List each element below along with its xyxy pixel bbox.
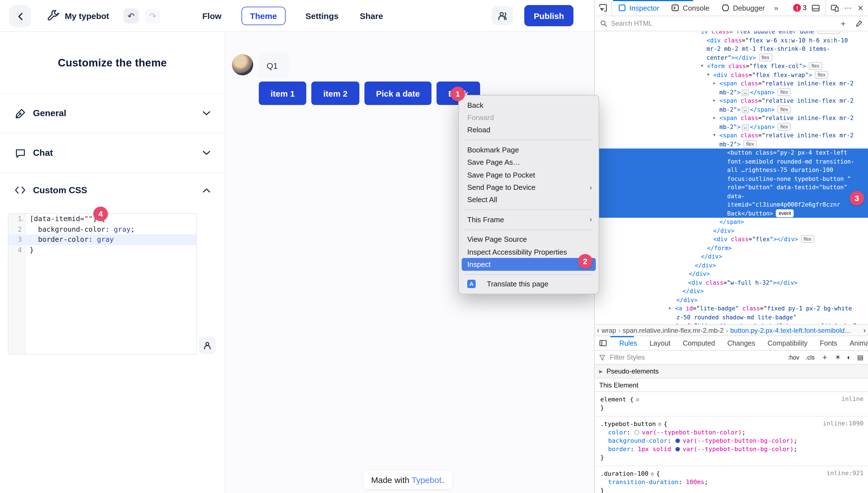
tree-node[interactable]: </form> (595, 244, 868, 252)
css-rule-element[interactable]: inlineelement {⚙} (595, 392, 868, 416)
search-html-bar[interactable]: Search HTML ＋ (595, 16, 868, 31)
breadcrumb-next-icon[interactable]: › (863, 326, 866, 335)
tree-node[interactable]: </div> (595, 252, 868, 261)
rule-property[interactable]: border: 1px solid var(--typebot-button-b… (600, 445, 863, 453)
made-with-badge[interactable]: Made with Typebot . (363, 471, 452, 489)
tree-node-selected[interactable]: itemid="cl3iunm4p000f2e6gfr8cznr (595, 200, 868, 209)
tree-node[interactable]: ▶<span class="relative inline-flex mr-2 (595, 97, 868, 105)
panel-tab-computed[interactable]: Computed (683, 339, 715, 347)
tree-node[interactable]: ▼<div class="flex flex-wrap">flex (595, 71, 868, 79)
panel-tab-changes[interactable]: Changes (727, 339, 755, 347)
menu-item-bookmark-page[interactable]: Bookmark Page (459, 144, 599, 156)
css-rule-duration-100[interactable]: inline:921.duration-100⚙{transition-dura… (595, 466, 868, 493)
tree-node[interactable]: </div> (595, 227, 868, 235)
tree-node[interactable]: <div class="flex"></div>flex (595, 235, 868, 244)
panel-tab-compatibility[interactable]: Compatibility (767, 339, 807, 347)
color-swatch[interactable] (675, 438, 680, 443)
menu-item-select-all[interactable]: Select All (459, 193, 599, 206)
chat-button-item-2[interactable]: item 2 (311, 82, 359, 105)
editor-line-2[interactable]: 2 background-color: gray; (8, 224, 196, 235)
tree-node[interactable]: ▼<form class="flex flex-col">flex (595, 62, 868, 71)
panel-tab-layout[interactable]: Layout (649, 339, 670, 347)
print-media-icon[interactable]: ▤ (857, 353, 864, 361)
tree-node[interactable]: mb-2">…</span>flex (595, 88, 868, 97)
error-indicator[interactable]: ! 3 (793, 4, 807, 12)
tab-settings[interactable]: Settings (304, 7, 340, 25)
panel-tab-rules[interactable]: Rules (619, 339, 637, 347)
expand-arrow-icon[interactable]: ▶ (713, 97, 715, 105)
tree-node[interactable]: mb-2">…</span>flex (595, 105, 868, 114)
add-node-icon[interactable]: ＋ (839, 18, 847, 29)
avatar-toggle-button[interactable] (198, 337, 216, 354)
class-panel-button[interactable]: .cls (805, 354, 815, 361)
css-rule-typebot-button[interactable]: inline:1090.typebot-button⚙{color: var(-… (595, 416, 868, 466)
flex-badge[interactable]: flex (778, 123, 791, 130)
typebot-link[interactable]: Typebot (412, 475, 442, 485)
hover-pseudo-button[interactable]: :hov (788, 354, 800, 361)
split-console-icon[interactable] (811, 4, 820, 12)
bot-title[interactable]: My typebot (65, 11, 109, 21)
rule-property[interactable]: color: var(--typebot-button-color); (600, 428, 863, 436)
tree-node[interactable]: mr-2 mb-2 mt-1 flex-shrink-0 items- (595, 45, 868, 53)
tree-node[interactable]: </div> (595, 270, 868, 278)
menu-item-save-page-as[interactable]: Save Page As… (459, 156, 599, 169)
responsive-design-icon[interactable] (831, 4, 839, 12)
rule-property[interactable]: background-color: var(--typebot-button-b… (600, 436, 863, 445)
collapsed-content-icon[interactable]: … (742, 89, 749, 96)
chat-button-item-1[interactable]: item 1 (259, 82, 307, 105)
sidebar-section-general[interactable]: General (0, 93, 225, 133)
flex-badge[interactable]: flex (809, 62, 822, 70)
chat-button-pick-a-date[interactable]: Pick a date (364, 82, 431, 105)
collaborators-button[interactable] (492, 6, 513, 25)
menu-item-reload[interactable]: Reload (459, 124, 599, 136)
menu-item-this-frame[interactable]: This Frame› (459, 213, 599, 226)
rule-source-link[interactable]: inline:1090 (823, 420, 864, 427)
toggle-3-pane-icon[interactable] (599, 340, 607, 347)
devtools-tab-console[interactable]: Console (665, 0, 715, 16)
editor-line-4[interactable]: 4} (8, 245, 196, 255)
flex-badge[interactable]: flex (759, 53, 772, 61)
breadcrumb-item[interactable]: button.py-2.px-4.text-left.font-semibold… (730, 326, 851, 334)
breadcrumb-item[interactable]: span.relative.inline-flex.mr-2.mb-2 (623, 326, 724, 334)
tree-node[interactable]: ▶<span class="relative inline-flex mr-2 (595, 114, 868, 123)
tree-node[interactable]: </div> (595, 296, 868, 304)
sidebar-section-chat[interactable]: Chat (0, 133, 225, 173)
tree-node-selected[interactable]: data- (595, 192, 868, 200)
tree-node[interactable]: <div class="flex w-6 xs:w-10 h-6 xs:h-10 (595, 36, 868, 45)
rule-property[interactable]: transition-duration: 100ms; (600, 478, 863, 486)
flex-badge[interactable]: flex (801, 235, 814, 243)
color-swatch[interactable] (635, 430, 640, 435)
menu-item-view-page-source[interactable]: View Page Source (459, 233, 599, 246)
breadcrumb-item[interactable]: wrap (602, 326, 616, 334)
devtools-tab-inspector[interactable]: Inspector (612, 0, 665, 16)
tree-node-selected[interactable]: font-semibold rounded-md transition- (595, 157, 868, 166)
undo-button[interactable]: ↶ (123, 8, 139, 23)
breadcrumb-prev-icon[interactable]: ‹ (597, 326, 600, 335)
dark-theme-icon[interactable]: ◐ (847, 353, 851, 361)
collapsed-content-icon[interactable]: … (742, 124, 749, 130)
tree-node-selected[interactable]: Back</button>event (595, 209, 868, 218)
collapse-arrow-icon[interactable]: ▼ (713, 131, 715, 140)
tree-node[interactable]: mb-2">…</span>flex (595, 123, 868, 131)
color-swatch[interactable] (675, 447, 680, 452)
tab-share[interactable]: Share (359, 7, 384, 25)
event-badge[interactable]: event (776, 209, 794, 217)
tree-node-selected[interactable]: focus:outline-none typebot-button " (595, 174, 868, 183)
menu-item-inspect-accessibility-properties[interactable]: Inspect Accessibility Properties (459, 246, 599, 258)
light-theme-icon[interactable]: ☀ (835, 353, 841, 361)
panel-tab-fonts[interactable]: Fonts (820, 339, 837, 347)
custom-css-editor[interactable]: 1⌄[data-itemid=""] {2 background-color: … (8, 213, 197, 355)
collapse-arrow-icon[interactable]: ▼ (701, 62, 703, 71)
menu-item-send-page-to-device[interactable]: Send Page to Device› (459, 181, 599, 194)
tree-node[interactable]: </span> (595, 218, 868, 227)
sidebar-section-custom-css[interactable]: Custom CSS (0, 173, 225, 207)
tree-node[interactable]: </div> (595, 261, 868, 270)
close-devtools-icon[interactable]: ✕ (857, 4, 864, 12)
publish-button[interactable]: Publish (524, 5, 573, 26)
panel-tab-anima[interactable]: Anima (850, 339, 868, 347)
tree-node[interactable]: </div> (595, 287, 868, 296)
add-rule-icon[interactable]: ＋ (821, 352, 829, 362)
tree-node[interactable]: mb-2">flex (595, 140, 868, 149)
pseudo-elements-row[interactable]: ▶ Pseudo-elements (595, 365, 868, 379)
eyedropper-icon[interactable] (855, 20, 863, 27)
